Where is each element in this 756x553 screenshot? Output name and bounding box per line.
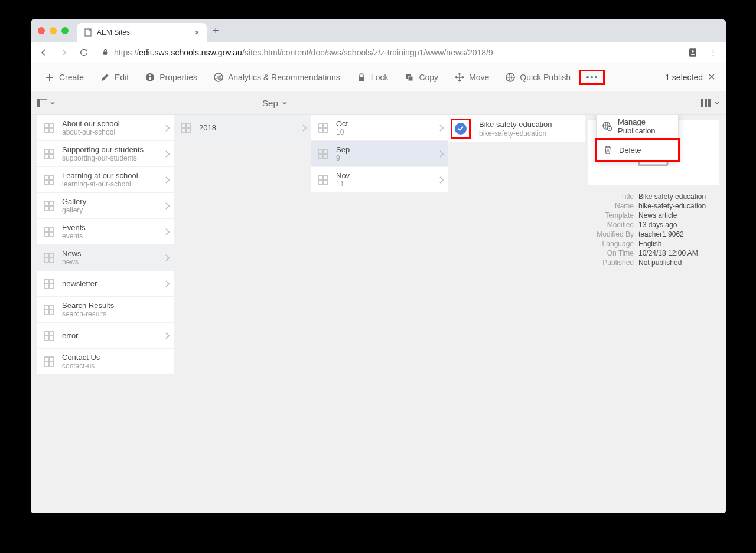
list-item[interactable]: Oct10: [311, 115, 448, 141]
list-item[interactable]: error: [37, 323, 174, 349]
list-item[interactable]: Supporting our studentssupporting-our-st…: [37, 141, 174, 167]
chevron-right-icon: [165, 202, 171, 210]
item-name: gallery: [62, 206, 159, 214]
tab-bar: AEM Sites × +: [31, 19, 726, 42]
detail-metadata: TitleBike safety educationNamebike-safet…: [588, 192, 719, 267]
item-name: learning-at-our-school: [62, 180, 159, 188]
meta-row: Namebike-safety-education: [588, 201, 719, 211]
selection-check[interactable]: [451, 119, 471, 139]
item-name: supporting-our-students: [62, 154, 159, 162]
item-title: 2018: [199, 123, 296, 133]
url-text: https://edit.sws.schools.nsw.gov.au/site…: [114, 48, 493, 57]
back-button[interactable]: [35, 44, 52, 61]
detail-panel: TitleBike safety educationNamebike-safet…: [585, 115, 726, 513]
quick-publish-button[interactable]: Quick Publish: [497, 63, 579, 91]
list-item[interactable]: Learning at our schoollearning-at-our-sc…: [37, 167, 174, 193]
page-icon: [316, 173, 330, 187]
meta-value: Not published: [638, 258, 719, 267]
minimize-window-icon[interactable]: [50, 27, 57, 34]
item-name: 11: [336, 180, 433, 188]
view-switcher[interactable]: [701, 99, 720, 107]
column-1: About our schoolabout-our-schoolSupporti…: [37, 115, 174, 513]
page-icon: [84, 28, 92, 37]
rail-toggle[interactable]: [37, 99, 56, 107]
item-name: 10: [336, 128, 433, 136]
chevron-right-icon: [165, 280, 171, 287]
breadcrumb-current[interactable]: Sep: [262, 98, 288, 108]
list-item[interactable]: Gallerygallery: [37, 193, 174, 219]
item-title: newsletter: [62, 279, 159, 289]
list-item[interactable]: Nov11: [311, 167, 448, 193]
lock-button[interactable]: Lock: [348, 63, 397, 91]
profile-icon[interactable]: [685, 44, 701, 61]
list-item[interactable]: About our schoolabout-our-school: [37, 115, 174, 141]
more-actions-button[interactable]: [579, 70, 605, 85]
item-name: about-our-school: [62, 128, 159, 136]
move-button[interactable]: Move: [447, 63, 497, 91]
meta-row: On Time10/24/18 12:00 AM: [588, 248, 719, 258]
create-button[interactable]: Create: [37, 63, 92, 91]
reload-button[interactable]: [76, 44, 92, 61]
close-tab-icon[interactable]: ×: [195, 28, 200, 37]
column-edge: [31, 115, 37, 513]
meta-label: Modified: [588, 221, 638, 229]
edit-button[interactable]: Edit: [92, 63, 137, 91]
item-title: About our school: [62, 119, 159, 129]
svg-rect-15: [149, 77, 151, 80]
item-name: bike-safety-education: [479, 129, 582, 138]
list-item[interactable]: newsletter: [37, 271, 174, 297]
clear-selection-button[interactable]: ✕: [708, 71, 715, 83]
item-name: contact-us: [62, 362, 171, 370]
item-title: Supporting our students: [62, 145, 159, 155]
url-bar: https://edit.sws.schools.nsw.gov.au/site…: [31, 42, 726, 63]
list-item[interactable]: Search Resultssearch-results: [37, 297, 174, 323]
list-item[interactable]: Contact Uscontact-us: [37, 349, 174, 375]
dot-icon: [586, 76, 589, 78]
new-tab-button[interactable]: +: [213, 25, 219, 37]
delete-item[interactable]: Delete: [595, 138, 680, 162]
analytics-button[interactable]: Analytics & Recommendations: [206, 63, 348, 91]
list-item[interactable]: Newsnews: [37, 245, 174, 271]
column-2: 2018: [174, 115, 311, 513]
column-3: Oct10Sep9Nov11: [311, 115, 448, 513]
copy-button[interactable]: Copy: [396, 63, 447, 91]
meta-row: TitleBike safety education: [588, 192, 719, 201]
browser-menu-icon[interactable]: ⋮: [705, 44, 721, 61]
meta-label: Modified By: [588, 230, 638, 238]
maximize-window-icon[interactable]: [61, 27, 69, 34]
chevron-down-icon: [50, 100, 56, 106]
list-item[interactable]: Bike safety educationbike-safety-educati…: [448, 115, 585, 143]
close-window-icon[interactable]: [38, 27, 45, 34]
chevron-right-icon: [439, 125, 445, 132]
tab-title: AEM Sites: [97, 28, 130, 37]
chevron-right-icon: [439, 150, 445, 158]
column-view: About our schoolabout-our-schoolSupporti…: [31, 115, 726, 513]
list-item[interactable]: Eventsevents: [37, 219, 174, 245]
column-view-icon: [701, 99, 711, 107]
list-item[interactable]: Sep9: [311, 141, 448, 167]
svg-rect-20: [408, 76, 413, 81]
svg-rect-26: [708, 99, 711, 107]
chevron-down-icon: [714, 100, 720, 106]
page-icon: [42, 121, 56, 135]
manage-publication-item[interactable]: Manage Publication: [597, 115, 678, 140]
window-controls[interactable]: [38, 27, 69, 34]
properties-button[interactable]: Properties: [137, 63, 206, 91]
pencil-icon: [100, 73, 110, 82]
address-bar[interactable]: https://edit.sws.schools.nsw.gov.au/site…: [96, 48, 681, 57]
svg-point-29: [609, 128, 610, 129]
meta-label: Published: [588, 258, 638, 267]
dot-icon: [595, 76, 597, 78]
chevron-right-icon: [165, 176, 171, 184]
item-title: Events: [62, 223, 159, 233]
meta-label: Language: [588, 240, 638, 248]
page-icon: [42, 147, 56, 161]
trash-icon: [602, 145, 613, 155]
browser-tab[interactable]: AEM Sites ×: [77, 23, 207, 42]
item-title: Learning at our school: [62, 171, 159, 181]
list-item[interactable]: 2018: [174, 115, 311, 141]
meta-value: teacher1.9062: [638, 230, 719, 238]
forward-button[interactable]: [56, 44, 72, 61]
check-icon: [455, 123, 467, 135]
item-title: Nov: [336, 171, 433, 181]
